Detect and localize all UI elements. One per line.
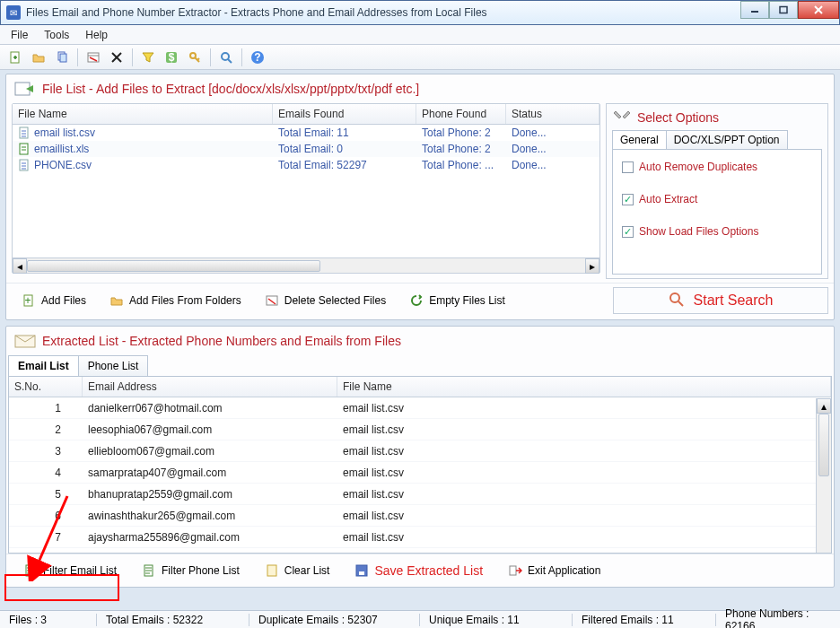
lbl-show-load: Show Load Files Options: [639, 225, 758, 238]
col-emails-found[interactable]: Emails Found: [273, 104, 416, 124]
app-icon: ✉: [6, 5, 21, 20]
col-file-name[interactable]: File Name: [13, 104, 273, 124]
svg-rect-35: [510, 566, 516, 575]
status-total-emails: Total Emails : 52322: [97, 614, 249, 626]
refresh-icon: [409, 293, 424, 308]
filter-phone-icon: [142, 563, 156, 578]
add-folders-label: Add Files From Folders: [129, 294, 241, 307]
svg-text:?: ?: [254, 51, 260, 64]
add-file-icon: +: [22, 293, 36, 308]
options-panel: Select Options General DOC/XLS/PPT Optio…: [606, 103, 828, 279]
minimize-button[interactable]: [740, 1, 769, 19]
svg-line-28: [678, 301, 683, 306]
save-list-label: Save Extracted List: [374, 563, 483, 578]
toolbar: $ ?: [0, 45, 840, 70]
clear-list-button[interactable]: Clear List: [255, 560, 340, 581]
tools-icon: [612, 108, 632, 126]
extracted-row[interactable]: 1danielkerr067@hotmail.comemail list.csv: [9, 397, 831, 419]
col-sno[interactable]: S.No.: [9, 377, 83, 397]
clear-list-icon: [265, 563, 279, 578]
file-table: File Name Emails Found Phone Found Statu…: [12, 103, 600, 274]
extracted-title: Extracted List - Extracted Phone Numbers…: [42, 334, 401, 348]
delete-selected-button[interactable]: Delete Selected Files: [255, 290, 396, 311]
delete-row-icon: [265, 293, 279, 308]
file-table-hscroll[interactable]: ◂ ▸: [13, 257, 599, 273]
extracted-row[interactable]: 7ajaysharma255896@gmail.comemail list.cs…: [9, 527, 831, 548]
extracted-row[interactable]: 5bhanupratap2559@gmail.comemail list.csv: [9, 484, 831, 505]
tab-email-list[interactable]: Email List: [8, 355, 79, 376]
empty-list-button[interactable]: Empty Files List: [399, 290, 515, 311]
tb-help-icon[interactable]: ?: [248, 48, 267, 67]
delete-selected-label: Delete Selected Files: [284, 294, 386, 307]
envelope-icon: [13, 332, 35, 350]
file-row[interactable]: PHONE.csvTotal Email: 52297Total Phone: …: [13, 157, 599, 173]
tab-general[interactable]: General: [612, 130, 667, 149]
lbl-auto-extract: Auto Extract: [639, 193, 697, 205]
svg-text:$: $: [169, 51, 175, 64]
add-files-label: Add Files: [41, 294, 86, 307]
extracted-row[interactable]: 4samarpratap407@gmail.comemail list.csv: [9, 462, 831, 484]
chk-auto-extract[interactable]: [622, 194, 634, 205]
svg-line-16: [228, 59, 232, 63]
extracted-row[interactable]: 6awinashthakur265@gmail.comemail list.cs…: [9, 505, 831, 527]
tb-key-icon[interactable]: [185, 48, 205, 67]
tb-search-icon[interactable]: [216, 48, 236, 67]
start-search-label: Start Search: [694, 292, 774, 309]
scroll-right-arrow-icon[interactable]: ▸: [585, 258, 599, 274]
extracted-row[interactable]: 2leesophia067@gmail.comemail list.csv: [9, 419, 831, 440]
status-dup-emails: Duplicate Emails : 52307: [249, 614, 420, 626]
tb-filter-icon[interactable]: [138, 48, 158, 67]
extracted-row[interactable]: 3elliebloom067@gmail.comemail list.csv: [9, 440, 831, 462]
exit-button[interactable]: Exit Application: [498, 560, 610, 581]
filter-phone-label: Filter Phone List: [162, 564, 240, 577]
tab-phone-list[interactable]: Phone List: [78, 355, 149, 376]
file-list-title: File List - Add Files to Extract [doc/do…: [42, 82, 419, 96]
maximize-button[interactable]: [769, 1, 798, 19]
tb-money-icon[interactable]: $: [162, 48, 181, 67]
tb-copy-icon[interactable]: [52, 48, 72, 67]
chk-show-load[interactable]: [622, 226, 634, 238]
tb-delete-row-icon[interactable]: [83, 48, 103, 67]
exit-label: Exit Application: [528, 564, 600, 577]
add-files-button[interactable]: + Add Files: [12, 290, 96, 311]
start-search-button[interactable]: Start Search: [613, 287, 828, 314]
scroll-vthumb[interactable]: [818, 414, 829, 476]
exit-icon: [508, 563, 522, 578]
lbl-auto-remove-dup: Auto Remove Duplicates: [639, 161, 757, 173]
col-email-address[interactable]: Email Address: [83, 377, 337, 397]
file-row[interactable]: emaillist.xlsTotal Email: 0Total Phone: …: [13, 141, 599, 157]
save-list-button[interactable]: Save Extracted List: [345, 560, 493, 581]
menu-tools[interactable]: Tools: [44, 29, 69, 41]
tb-add-file-icon[interactable]: [5, 48, 25, 67]
menu-help[interactable]: Help: [85, 29, 108, 41]
status-unique-emails: Unique Emails : 11: [420, 614, 573, 626]
tb-clear-icon[interactable]: [107, 48, 127, 67]
file-list-panel: File List - Add Files to Extract [doc/do…: [5, 74, 835, 320]
filter-phone-button[interactable]: Filter Phone List: [132, 560, 249, 581]
menu-file[interactable]: File: [11, 29, 28, 41]
titlebar: ✉ Files Email and Phone Number Extractor…: [0, 0, 840, 25]
filter-email-icon: [23, 563, 38, 578]
filter-email-button[interactable]: Filter Email List: [13, 560, 127, 581]
tab-docxlsppt[interactable]: DOC/XLS/PPT Option: [666, 130, 788, 149]
chk-auto-remove-dup[interactable]: [622, 161, 634, 173]
menubar: File Tools Help: [0, 25, 840, 45]
add-folders-button[interactable]: Add Files From Folders: [100, 290, 251, 311]
svg-text:+: +: [24, 294, 31, 307]
extracted-table: S.No. Email Address File Name 1danielker…: [8, 376, 832, 554]
extracted-vscroll[interactable]: ▴: [816, 398, 831, 553]
file-row[interactable]: email list.csvTotal Email: 11Total Phone…: [13, 125, 599, 141]
col-ext-file-name[interactable]: File Name: [337, 377, 831, 397]
scroll-thumb[interactable]: [27, 260, 320, 272]
svg-rect-32: [267, 565, 276, 576]
tb-add-folder-icon[interactable]: [29, 48, 48, 67]
statusbar: Files : 3 Total Emails : 52322 Duplicate…: [0, 610, 840, 628]
clear-list-label: Clear List: [284, 564, 330, 577]
col-status[interactable]: Status: [506, 104, 599, 124]
close-button[interactable]: [798, 1, 839, 19]
scroll-left-arrow-icon[interactable]: ◂: [13, 258, 27, 274]
search-icon: [669, 292, 685, 310]
svg-rect-34: [359, 571, 364, 575]
scroll-up-arrow-icon[interactable]: ▴: [817, 398, 831, 414]
col-phone-found[interactable]: Phone Found: [416, 104, 506, 124]
